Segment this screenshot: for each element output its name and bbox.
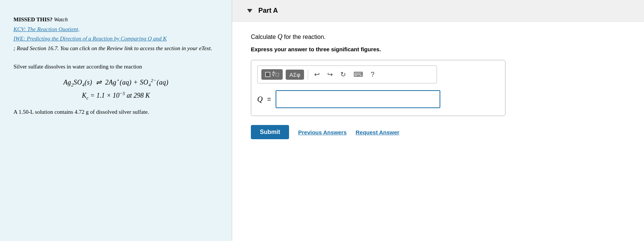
kc-equation: Kc = 1.1 × 10−5 at 298 K [13, 91, 218, 101]
chevron-down-icon [247, 9, 252, 13]
body-text-1: Silver sulfate dissolves in water accord… [13, 62, 218, 71]
main-equation: Ag2SO4(s) ⇌ 2Ag+(aq) + SO42−(aq) [13, 78, 218, 88]
math-toolbar: ∜□ AΣφ ↩ ↪ ↻ ⌨ ? [257, 65, 437, 83]
action-row: Submit Previous Answers Request Answer [251, 125, 625, 139]
greek-button[interactable]: AΣφ [286, 70, 304, 80]
equals-sign: = [267, 95, 271, 103]
left-panel: MISSED THIS? Watch KCV: The Reaction Quo… [0, 0, 232, 241]
redo-button[interactable]: ↪ [325, 69, 335, 80]
request-answer-button[interactable]: Request Answer [356, 129, 400, 135]
keyboard-icon: ⌨ [353, 71, 363, 78]
missed-this-label: MISSED THIS? [13, 16, 52, 22]
right-panel: Part A Calculate Q for the reaction. Exp… [232, 0, 644, 241]
keyboard-button[interactable]: ⌨ [351, 69, 365, 80]
read-section-text: ; Read Section 16.7. You can click on th… [13, 45, 212, 51]
part-a-title: Part A [258, 7, 278, 15]
link-kcv[interactable]: KCV: The Reaction Quotient, [13, 26, 80, 32]
body-text-2: A 1.50-L solution contains 4.72 g of dis… [13, 107, 218, 116]
equation-block: Ag2SO4(s) ⇌ 2Ag+(aq) + SO42−(aq) Kc = 1.… [13, 78, 218, 101]
box-icon [265, 72, 270, 77]
submit-button[interactable]: Submit [251, 125, 289, 139]
express-instruction: Express your answer to three significant… [251, 46, 625, 52]
previous-answers-button[interactable]: Previous Answers [298, 129, 347, 135]
q-symbol: Q [277, 33, 282, 40]
undo-button[interactable]: ↩ [312, 69, 322, 80]
refresh-icon: ↻ [340, 71, 346, 78]
q-input-row: Q = [257, 90, 499, 108]
link-iwe[interactable]: IWE: Predicting the Direction of a React… [13, 36, 167, 42]
watch-text: Watch [54, 16, 68, 22]
calculate-instruction: Calculate Q for the reaction. [251, 33, 625, 41]
q-label: Q [257, 95, 262, 104]
refresh-button[interactable]: ↻ [338, 69, 348, 80]
greek-label: AΣφ [289, 71, 300, 78]
redo-icon: ↪ [327, 71, 333, 78]
toolbar-divider-1 [308, 69, 308, 80]
part-a-content: Calculate Q for the reaction. Express yo… [232, 22, 644, 150]
part-a-header[interactable]: Part A [232, 0, 644, 22]
answer-input[interactable] [276, 90, 440, 108]
help-button[interactable]: ? [368, 69, 377, 80]
math-template-button[interactable]: ∜□ [261, 69, 283, 80]
undo-icon: ↩ [314, 71, 320, 78]
answer-box-container: ∜□ AΣφ ↩ ↪ ↻ ⌨ ? [251, 60, 505, 116]
missed-this-block: MISSED THIS? Watch KCV: The Reaction Quo… [13, 15, 218, 53]
help-icon: ? [371, 71, 374, 78]
math-template-label: ∜□ [272, 71, 279, 78]
